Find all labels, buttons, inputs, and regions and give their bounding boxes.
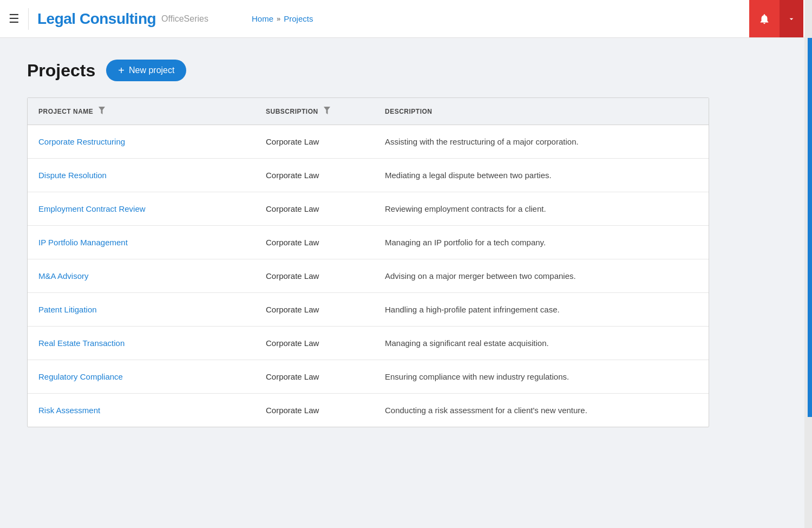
project-name-cell[interactable]: Corporate Restructuring bbox=[28, 125, 255, 159]
subscription-filter-icon[interactable] bbox=[324, 107, 330, 116]
subscription-cell: Corporate Law bbox=[255, 360, 374, 394]
description-cell: Advising on a major merger between two c… bbox=[374, 259, 709, 293]
new-project-button[interactable]: + New project bbox=[106, 60, 186, 81]
brand-subtitle: OfficeSeries bbox=[161, 14, 208, 24]
header-separator bbox=[28, 8, 29, 30]
description-cell: Managing an IP portfolio for a tech comp… bbox=[374, 226, 709, 259]
table-row: Risk AssessmentCorporate LawConducting a… bbox=[28, 394, 709, 427]
subscription-cell: Corporate Law bbox=[255, 125, 374, 159]
plus-icon: + bbox=[118, 65, 125, 76]
project-name-cell[interactable]: Employment Contract Review bbox=[28, 192, 255, 226]
description-cell: Handling a high-profile patent infringem… bbox=[374, 293, 709, 327]
table-row: Regulatory ComplianceCorporate LawEnsuri… bbox=[28, 360, 709, 394]
description-cell: Assisting with the restructuring of a ma… bbox=[374, 125, 709, 159]
subscription-cell: Corporate Law bbox=[255, 293, 374, 327]
description-cell: Mediating a legal dispute between two pa… bbox=[374, 159, 709, 192]
breadcrumb-current[interactable]: Projects bbox=[284, 14, 313, 23]
subscription-cell: Corporate Law bbox=[255, 327, 374, 360]
project-name-cell[interactable]: Patent Litigation bbox=[28, 293, 255, 327]
col-description: DESCRIPTION bbox=[374, 98, 709, 125]
description-cell: Managing a significant real estate acqui… bbox=[374, 327, 709, 360]
table-row: Corporate RestructuringCorporate LawAssi… bbox=[28, 125, 709, 159]
app-header: ☰ Legal Consulting OfficeSeries Home » P… bbox=[0, 0, 812, 38]
table-row: Real Estate TransactionCorporate LawMana… bbox=[28, 327, 709, 360]
subscription-cell: Corporate Law bbox=[255, 394, 374, 427]
project-name-cell[interactable]: Regulatory Compliance bbox=[28, 360, 255, 394]
breadcrumb: Home » Projects bbox=[252, 14, 313, 23]
project-name-filter-icon[interactable] bbox=[99, 107, 105, 116]
chevron-down-icon bbox=[787, 15, 796, 23]
table-body: Corporate RestructuringCorporate LawAssi… bbox=[28, 125, 709, 427]
header-actions bbox=[749, 0, 803, 37]
description-cell: Conducting a risk assessment for a clien… bbox=[374, 394, 709, 427]
table-header-row: PROJECT NAME SUBSCRIPTION bbox=[28, 98, 709, 125]
description-cell: Ensuring compliance with new industry re… bbox=[374, 360, 709, 394]
page-header: Projects + New project bbox=[27, 60, 785, 81]
subscription-cell: Corporate Law bbox=[255, 192, 374, 226]
table-row: Dispute ResolutionCorporate LawMediating… bbox=[28, 159, 709, 192]
subscription-cell: Corporate Law bbox=[255, 259, 374, 293]
project-name-cell[interactable]: Real Estate Transaction bbox=[28, 327, 255, 360]
table-header: PROJECT NAME SUBSCRIPTION bbox=[28, 98, 709, 125]
table-row: IP Portfolio ManagementCorporate LawMana… bbox=[28, 226, 709, 259]
project-name-cell[interactable]: IP Portfolio Management bbox=[28, 226, 255, 259]
description-cell: Reviewing employment contracts for a cli… bbox=[374, 192, 709, 226]
table-row: Employment Contract ReviewCorporate LawR… bbox=[28, 192, 709, 226]
table-row: M&A AdvisoryCorporate LawAdvising on a m… bbox=[28, 259, 709, 293]
project-name-cell[interactable]: M&A Advisory bbox=[28, 259, 255, 293]
notifications-button[interactable] bbox=[749, 0, 780, 37]
bell-icon bbox=[758, 13, 770, 25]
main-content: Projects + New project PROJECT NAME bbox=[0, 38, 812, 449]
project-name-cell[interactable]: Risk Assessment bbox=[28, 394, 255, 427]
col-subscription: SUBSCRIPTION bbox=[255, 98, 374, 125]
subscription-cell: Corporate Law bbox=[255, 226, 374, 259]
col-project-name: PROJECT NAME bbox=[28, 98, 255, 125]
breadcrumb-separator: » bbox=[277, 15, 280, 23]
breadcrumb-home[interactable]: Home bbox=[252, 14, 273, 23]
dropdown-button[interactable] bbox=[780, 0, 803, 37]
projects-table-container: PROJECT NAME SUBSCRIPTION bbox=[27, 97, 709, 427]
brand-title: Legal Consulting bbox=[37, 10, 156, 28]
page-title: Projects bbox=[27, 61, 95, 81]
table-row: Patent LitigationCorporate LawHandling a… bbox=[28, 293, 709, 327]
project-name-cell[interactable]: Dispute Resolution bbox=[28, 159, 255, 192]
new-project-label: New project bbox=[129, 66, 174, 75]
subscription-cell: Corporate Law bbox=[255, 159, 374, 192]
projects-table: PROJECT NAME SUBSCRIPTION bbox=[28, 98, 709, 427]
hamburger-icon[interactable]: ☰ bbox=[9, 13, 19, 25]
